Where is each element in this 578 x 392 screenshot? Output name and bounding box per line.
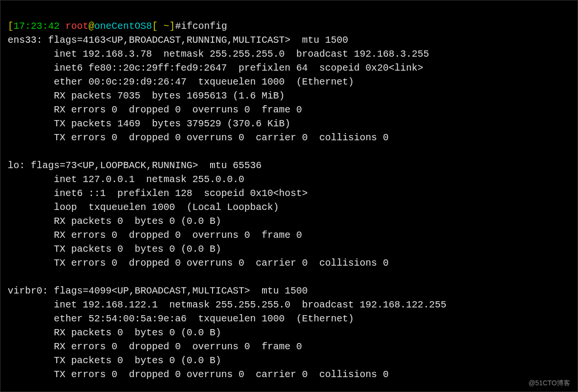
prompt-hash: # (175, 21, 181, 32)
prompt-host: oneCentOS8 (94, 21, 152, 32)
terminal-window[interactable]: [17:23:42 root@oneCentOS8[ ~]#ifconfig e… (8, 5, 570, 392)
prompt-line: [17:23:42 root@oneCentOS8[ ~]#ifconfig (8, 21, 227, 32)
watermark-text: @51CTO博客 (528, 378, 570, 388)
prompt-at: @ (88, 21, 94, 32)
prompt-bracket-open: [ (8, 21, 13, 32)
prompt-user: root (65, 21, 88, 32)
prompt-time: 17:23:42 (13, 21, 60, 32)
command-text: ifconfig (181, 21, 227, 32)
prompt-space (60, 21, 65, 32)
prompt-path: [ ~] (152, 21, 175, 32)
command-output: ens33: flags=4163<UP,BROADCAST,RUNNING,M… (8, 33, 570, 381)
